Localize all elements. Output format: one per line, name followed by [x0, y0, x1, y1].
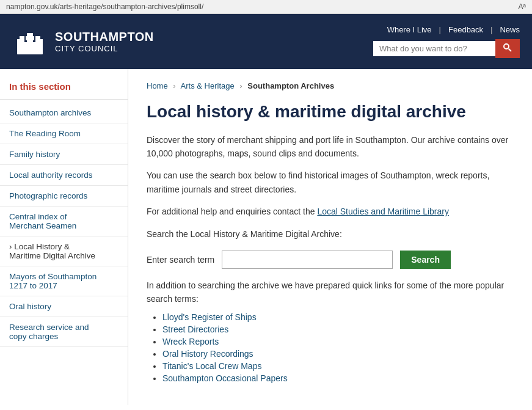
header-search-icon [503, 43, 512, 53]
search-input-label: Enter search term [147, 255, 214, 265]
council-label: CITY COUNCIL [55, 44, 154, 54]
svg-rect-5 [17, 39, 20, 43]
header-search-box [373, 39, 520, 58]
main-search-button[interactable]: Search [400, 251, 451, 269]
svg-rect-10 [40, 39, 43, 43]
sidebar: In this section Southampton archives The… [0, 69, 128, 405]
header-search-input[interactable] [373, 41, 495, 56]
sidebar-item-oral-history[interactable]: Oral history [0, 296, 128, 317]
quick-links-list: Lloyd's Register of Ships Street Directo… [147, 312, 514, 383]
breadcrumb-sep-2: › [239, 81, 242, 90]
svg-rect-1 [17, 42, 43, 54]
sidebar-item-mayors[interactable]: Mayors of Southampton1217 to 2017 [0, 266, 128, 296]
header-right: Where I Live | Feedback | News [373, 25, 520, 58]
svg-rect-8 [31, 36, 34, 40]
quick-link-item: Titanic's Local Crew Maps [162, 361, 514, 371]
search-form: Enter search term Search [147, 251, 514, 269]
header-nav-links: Where I Live | Feedback | News [387, 25, 520, 34]
aa-label: Aª [519, 2, 526, 11]
sidebar-item-local-authority[interactable]: Local authority records [0, 165, 128, 186]
quick-link-lloyds[interactable]: Lloyd's Register of Ships [162, 312, 257, 322]
sidebar-item-reading-room[interactable]: The Reading Room [0, 123, 128, 144]
sidebar-item-family-history[interactable]: Family history [0, 144, 128, 165]
feedback-link[interactable]: Feedback [448, 25, 483, 34]
sidebar-heading: In this section [0, 81, 128, 100]
quick-link-item: Wreck Reports [162, 337, 514, 346]
intro-paragraph-2: You can use the search box below to find… [147, 169, 514, 196]
local-studies-link[interactable]: Local Studies and Maritime Library [317, 207, 449, 216]
svg-line-12 [509, 49, 512, 52]
nav-sep-2: | [490, 25, 492, 34]
breadcrumb: Home › Arts & Heritage › Southampton Arc… [147, 81, 514, 90]
news-link[interactable]: News [500, 25, 520, 34]
logo-text: SOUTHAMPTON CITY COUNCIL [55, 29, 154, 54]
address-bar: nampton.gov.uk/arts-heritage/southampton… [0, 0, 532, 14]
where-i-live-link[interactable]: Where I Live [387, 25, 432, 34]
sidebar-item-photographic[interactable]: Photographic records [0, 186, 128, 207]
sidebar-item-local-history[interactable]: Local History &Maritime Digital Archive [0, 236, 128, 266]
svg-rect-6 [21, 39, 24, 43]
url-text: nampton.gov.uk/arts-heritage/southampton… [6, 2, 203, 11]
intro-paragraph-3: For additional help and enquiries contac… [147, 205, 514, 218]
nav-sep-1: | [439, 25, 441, 34]
quick-link-oral-history[interactable]: Oral History Recordings [162, 349, 253, 359]
main-wrapper: In this section Southampton archives The… [0, 69, 532, 405]
page-title: Local history & maritime digital archive [147, 101, 514, 122]
breadcrumb-sep-1: › [173, 81, 175, 90]
quick-link-item: Lloyd's Register of Ships [162, 312, 514, 322]
content-area: Home › Arts & Heritage › Southampton Arc… [128, 69, 532, 405]
search-section-label: Search the Local History & Maritime Digi… [147, 227, 514, 241]
intro-paragraph-1: Discover the story of merchant shipping … [147, 133, 514, 161]
site-header: SOUTHAMPTON CITY COUNCIL Where I Live | … [0, 14, 532, 69]
breadcrumb-home[interactable]: Home [147, 81, 168, 90]
quick-link-wreck-reports[interactable]: Wreck Reports [162, 337, 219, 346]
svg-point-11 [504, 44, 509, 49]
quick-link-item: Southampton Occasional Papers [162, 373, 514, 383]
breadcrumb-arts[interactable]: Arts & Heritage [181, 81, 235, 90]
header-search-button[interactable] [495, 39, 520, 58]
city-name: SOUTHAMPTON [55, 29, 154, 44]
sidebar-item-southampton-archives[interactable]: Southampton archives [0, 103, 128, 123]
sidebar-item-merchant-seamen[interactable]: Central index ofMerchant Seamen [0, 207, 128, 236]
quick-link-street-dirs[interactable]: Street Directories [162, 324, 228, 334]
breadcrumb-current: Southampton Archives [247, 81, 334, 90]
logo-area: SOUTHAMPTON CITY COUNCIL [12, 24, 154, 59]
quick-link-item: Oral History Recordings [162, 349, 514, 359]
quick-link-item: Street Directories [162, 324, 514, 334]
quick-link-titanic[interactable]: Titanic's Local Crew Maps [162, 361, 261, 371]
svg-rect-9 [35, 39, 38, 43]
svg-rect-7 [26, 36, 29, 40]
council-logo-icon [12, 24, 48, 59]
main-search-input[interactable] [222, 251, 393, 269]
intro3-prefix: For additional help and enquiries contac… [147, 207, 317, 216]
quick-link-occasional-papers[interactable]: Southampton Occasional Papers [162, 373, 288, 383]
quick-links-intro: In addition to searching the archive we … [147, 279, 514, 306]
sidebar-item-research-service[interactable]: Research service andcopy charges [0, 317, 128, 347]
